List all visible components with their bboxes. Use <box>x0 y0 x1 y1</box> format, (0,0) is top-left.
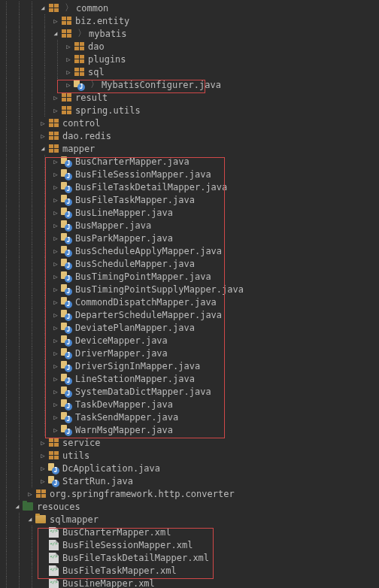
chevron-right-icon[interactable] <box>51 426 60 435</box>
tree-node-mapper[interactable]: mapper <box>0 142 379 155</box>
tree-node-control[interactable]: control <box>0 117 379 129</box>
chevron-right-icon[interactable] <box>38 119 47 128</box>
tree-node-spring-utils[interactable]: spring.utils <box>0 104 379 117</box>
tree-node-java-file[interactable]: JDeviatePlanMapper.java <box>0 321 379 334</box>
chevron-right-icon[interactable] <box>51 183 60 192</box>
chevron-right-icon[interactable] <box>51 374 60 383</box>
tree-node-java-file[interactable]: JCommondDispatchMapper.java <box>0 296 379 308</box>
chevron-right-icon[interactable] <box>64 55 73 64</box>
tree-node-java-file[interactable]: JDriverSignInMapper.java <box>0 359 379 372</box>
node-label: SystemDataDictMapper.java <box>75 386 211 397</box>
chevron-right-icon[interactable] <box>51 336 60 345</box>
node-label: BusLineMapper.java <box>75 208 173 218</box>
chevron-right-icon[interactable] <box>51 413 60 422</box>
tree-node-java-file[interactable]: JTaskDevMapper.java <box>0 398 379 411</box>
chevron-down-icon[interactable] <box>38 144 47 153</box>
tree-node-plugins[interactable]: plugins <box>0 53 379 65</box>
java-class-icon: J <box>60 424 72 436</box>
tree-node-java-file[interactable]: JBusScheduleMapper.java <box>0 257 379 270</box>
chevron-right-icon[interactable] <box>51 195 60 205</box>
tree-node-java-file[interactable]: JBusLineMapper.java <box>0 206 379 219</box>
chevron-right-icon[interactable] <box>51 106 60 115</box>
tree-node-resouces[interactable]: resouces <box>0 500 379 513</box>
tree-node-java-file[interactable]: JBusFileTaskMapper.java <box>0 193 379 206</box>
chevron-right-icon[interactable] <box>51 234 60 243</box>
tree-node-java-file[interactable]: JLineStationMapper.java <box>0 372 379 385</box>
tree-node-java-file[interactable]: JDriverMapper.java <box>0 347 379 359</box>
package-icon <box>47 2 59 14</box>
tree-node-mybatis[interactable]: 〉 mybatis <box>0 27 379 40</box>
chevron-right-icon[interactable] <box>51 259 60 268</box>
tree-node-java-file[interactable]: JSystemDataDictMapper.java <box>0 385 379 398</box>
chevron-right-icon[interactable] <box>64 80 73 89</box>
folder-icon <box>35 514 47 526</box>
tree-node-java-file[interactable]: JDeviceMapper.java <box>0 334 379 347</box>
tree-node-java-file[interactable]: JBusFileTaskDetailMapper.java <box>0 180 379 193</box>
chevron-right-icon[interactable] <box>64 68 73 77</box>
xml-file-icon <box>47 539 59 551</box>
tree-node-java-file[interactable]: JBusMapper.java <box>0 219 379 232</box>
chevron-right-icon[interactable] <box>38 477 47 486</box>
chevron-right-icon[interactable] <box>64 42 73 51</box>
chevron-right-icon[interactable] <box>51 387 60 396</box>
node-label: dao <box>88 41 105 52</box>
tree-node-spring-converter[interactable]: org.springframework.http.converter <box>0 487 379 500</box>
chevron-right-icon[interactable] <box>26 489 35 499</box>
tree-node-sqlmapper[interactable]: sqlmapper <box>0 513 379 526</box>
chevron-right-icon[interactable] <box>51 285 60 294</box>
chevron-right-icon[interactable] <box>38 438 47 447</box>
chevron-right-icon[interactable] <box>51 221 60 230</box>
tree-node-sql[interactable]: sql <box>0 65 379 78</box>
tree-node-java-file[interactable]: JDeparterScheduleMapper.java <box>0 308 379 321</box>
tree-node-xml-file[interactable]: BusFileTaskMapper.xml <box>0 564 379 577</box>
node-label: result <box>75 92 108 103</box>
java-class-icon: J <box>60 258 72 270</box>
tree-node-xml-file[interactable]: BusFileTaskDetailMapper.xml <box>0 551 379 564</box>
chevron-down-icon[interactable] <box>38 4 47 13</box>
tree-node-java-file[interactable]: JBusScheduleApplyMapper.java <box>0 244 379 257</box>
tree-node-xml-file[interactable]: BusCharterMapper.xml <box>0 526 379 538</box>
chevron-right-icon[interactable] <box>51 17 60 26</box>
java-class-icon: J <box>60 156 72 168</box>
chevron-right-icon[interactable] <box>51 272 60 281</box>
chevron-right-icon[interactable] <box>51 323 60 332</box>
chevron-right-icon[interactable] <box>51 157 60 166</box>
tree-node-mybatis-configurer[interactable]: J 〉 MybatisConfigurer.java <box>0 78 379 91</box>
chevron-right-icon[interactable] <box>51 170 60 179</box>
tree-node-java-file[interactable]: JBusTimingPointMapper.java <box>0 270 379 283</box>
tree-node-java-file[interactable]: JWarnMsgMapper.java <box>0 423 379 436</box>
tree-node-biz-entity[interactable]: biz.entity <box>0 14 379 27</box>
chevron-right-icon[interactable] <box>38 132 47 141</box>
tree-node-dc-application[interactable]: J DcApplication.java <box>0 462 379 474</box>
chevron-right-icon[interactable] <box>51 93 60 102</box>
chevron-right-icon[interactable] <box>51 362 60 371</box>
tree-node-java-file[interactable]: JTaskSendMapper.java <box>0 411 379 423</box>
xml-file-icon <box>47 565 59 577</box>
tree-node-utils[interactable]: utils <box>0 449 379 462</box>
chevron-right-icon[interactable] <box>51 298 60 307</box>
chevron-right-icon[interactable] <box>38 451 47 460</box>
chevron-right-icon[interactable] <box>51 247 60 256</box>
tree-node-xml-file[interactable]: BusFileSessionMapper.xml <box>0 538 379 551</box>
chevron-right-icon[interactable] <box>51 208 60 217</box>
tree-node-dao-redis[interactable]: dao.redis <box>0 129 379 142</box>
package-icon <box>60 105 72 117</box>
tree-node-result[interactable]: result <box>0 91 379 104</box>
tree-node-dao[interactable]: dao <box>0 40 379 53</box>
tree-node-java-file[interactable]: JBusCharterMapper.java <box>0 155 379 168</box>
tree-node-java-file[interactable]: JBusParkMapper.java <box>0 232 379 244</box>
tree-node-xml-file[interactable]: BusLineMapper.xml <box>0 577 379 588</box>
chevron-right-icon[interactable] <box>51 400 60 409</box>
tree-node-start-run[interactable]: J StartRun.java <box>0 474 379 487</box>
tree-node-common[interactable]: 〉 common <box>0 2 379 14</box>
tree-node-service[interactable]: service <box>0 436 379 449</box>
chevron-right-icon[interactable] <box>51 311 60 320</box>
tree-node-java-file[interactable]: JBusTimingPointSupplyMapper.java <box>0 283 379 296</box>
chevron-down-icon[interactable] <box>51 29 60 38</box>
tree-node-java-file[interactable]: JBusFileSessionMapper.java <box>0 168 379 180</box>
chevron-right-icon[interactable] <box>51 349 60 358</box>
chevron-right-icon[interactable] <box>38 464 47 473</box>
chevron-down-icon[interactable] <box>13 502 22 511</box>
project-tree[interactable]: 〉 common biz.entity 〉 mybatis dao plugin… <box>0 0 379 588</box>
chevron-down-icon[interactable] <box>26 515 35 524</box>
